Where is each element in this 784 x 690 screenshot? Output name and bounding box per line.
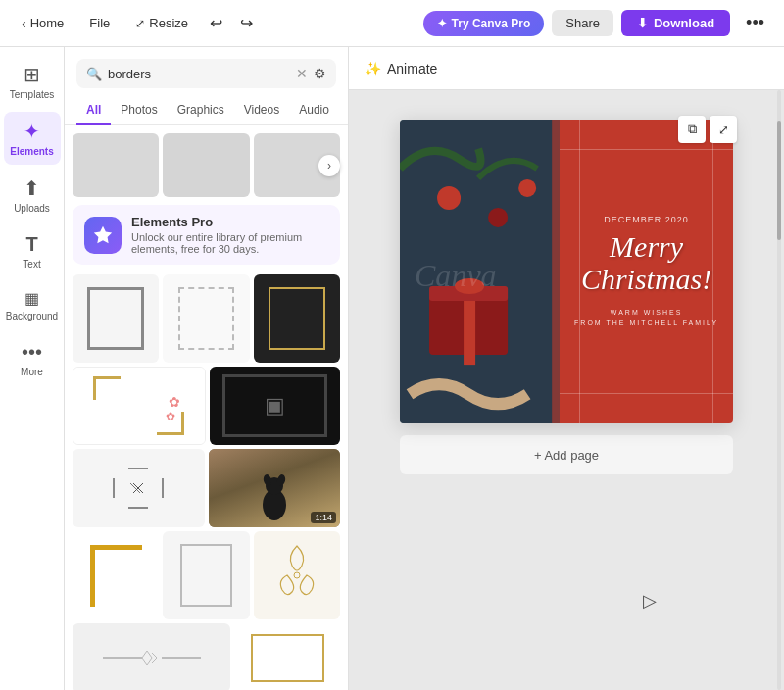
card-merry-christmas: Merry Christmas! <box>581 230 711 295</box>
list-item[interactable] <box>73 449 205 527</box>
card-actions: ⧉ ⤢ <box>678 116 737 143</box>
list-item[interactable]: ✿ ✿ <box>73 367 206 445</box>
panel-tabs: All Photos Graphics Videos Audio <box>65 96 348 125</box>
sidebar: ⊞ Templates ✦ Elements ⬆ Uploads T Text … <box>0 47 65 690</box>
search-filter-button[interactable]: ⚙ <box>314 66 326 81</box>
list-item[interactable] <box>254 274 340 363</box>
sidebar-item-more[interactable]: ••• More <box>4 333 61 385</box>
photo-area: Canva <box>400 120 560 423</box>
loading-item-1 <box>73 133 159 197</box>
chevron-left-icon: ‹ <box>22 16 26 31</box>
uploads-icon: ⬆ <box>24 176 40 200</box>
canva-pro-star-icon: ✦ <box>437 17 447 30</box>
expand-card-button[interactable]: ⤢ <box>710 116 737 143</box>
search-box: 🔍 ✕ ⚙ <box>76 59 336 88</box>
video-duration-badge: 1:14 <box>311 512 336 523</box>
tab-graphics[interactable]: Graphics <box>168 96 234 125</box>
elements-row-2: ✿ ✿ ▣ <box>73 367 340 445</box>
home-label: Home <box>30 16 65 30</box>
panel-search-area: 🔍 ✕ ⚙ <box>65 47 348 96</box>
scroll-right-arrow[interactable]: › <box>318 155 340 176</box>
card-horizontal-line-1 <box>560 149 733 150</box>
card-horizontal-line-2 <box>560 393 733 394</box>
list-item[interactable]: ▣ <box>210 367 341 445</box>
background-icon: ▦ <box>24 289 39 308</box>
sidebar-item-templates[interactable]: ⊞ Templates <box>4 55 61 108</box>
list-item[interactable]: 1:14 <box>209 449 341 527</box>
share-label: Share <box>565 16 600 30</box>
elements-icon: ✦ <box>24 120 40 143</box>
more-options-button[interactable]: ••• <box>738 9 772 37</box>
list-item[interactable] <box>73 274 159 363</box>
sidebar-item-text[interactable]: T Text <box>4 225 61 277</box>
list-item[interactable] <box>73 531 159 619</box>
animate-button[interactable]: ✨ Animate <box>365 61 437 76</box>
expand-icon: ⤢ <box>718 123 729 137</box>
pro-title: Elements Pro <box>131 215 328 229</box>
download-label: Download <box>654 16 714 30</box>
resize-button[interactable]: ⤢ Resize <box>125 10 198 36</box>
elements-row-1 <box>73 274 340 363</box>
scrollbar-thumb[interactable] <box>777 121 781 240</box>
list-item[interactable] <box>73 623 230 690</box>
try-canva-pro-button[interactable]: ✦ Try Canva Pro <box>423 11 545 36</box>
sidebar-item-uploads[interactable]: ⬆ Uploads <box>4 169 61 222</box>
tab-audio[interactable]: Audio <box>289 96 339 125</box>
svg-point-19 <box>437 186 461 210</box>
more-dots-icon: ••• <box>22 341 42 364</box>
more-icon: ••• <box>746 13 764 32</box>
svg-point-11 <box>294 572 300 578</box>
loading-row: › <box>73 133 340 197</box>
card-right-text: December 2020 Merry Christmas! WARM WISH… <box>560 120 733 423</box>
sidebar-uploads-label: Uploads <box>14 203 50 214</box>
home-button[interactable]: ‹ Home <box>12 10 74 37</box>
card-date: December 2020 <box>604 215 689 224</box>
tab-videos[interactable]: Videos <box>234 96 289 125</box>
loading-item-2 <box>163 133 249 197</box>
tab-videos-label: Videos <box>244 103 279 117</box>
copy-card-button[interactable]: ⧉ <box>678 116 706 143</box>
svg-point-21 <box>518 179 536 197</box>
pro-description: Unlock our entire library of premium ele… <box>131 231 328 255</box>
animate-bar: ✨ Animate <box>349 47 784 90</box>
topbar-left: ‹ Home File ⤢ Resize ↩ ↪ <box>12 8 259 38</box>
share-button[interactable]: Share <box>552 10 613 36</box>
download-icon: ⬇ <box>637 16 648 30</box>
christmas-card[interactable]: Canva December 2020 <box>400 120 733 423</box>
templates-icon: ⊞ <box>24 63 40 86</box>
scrollbar-track <box>777 90 781 690</box>
search-input[interactable] <box>108 67 290 81</box>
svg-text:Canva: Canva <box>415 258 497 293</box>
list-item[interactable] <box>163 531 249 619</box>
resize-label: Resize <box>149 16 188 30</box>
sidebar-item-background[interactable]: ▦ Background <box>4 281 61 329</box>
elements-row-5 <box>73 623 340 690</box>
pro-icon <box>84 217 122 254</box>
sidebar-elements-label: Elements <box>10 146 53 157</box>
file-button[interactable]: File <box>79 10 120 36</box>
search-icon: 🔍 <box>86 67 102 81</box>
file-label: File <box>89 16 110 30</box>
canvas-scrollbar[interactable] <box>776 90 782 690</box>
search-clear-button[interactable]: ✕ <box>296 66 308 81</box>
tab-photos[interactable]: Photos <box>111 96 167 125</box>
undo-button[interactable]: ↩ <box>204 8 228 38</box>
elements-panel: 🔍 ✕ ⚙ All Photos Graphics Videos Audio <box>65 47 349 690</box>
svg-rect-23 <box>552 120 560 423</box>
tab-all[interactable]: All <box>76 96 111 125</box>
list-item[interactable] <box>234 623 340 690</box>
elements-row-4 <box>73 531 340 619</box>
resize-icon: ⤢ <box>135 17 145 30</box>
add-page-button[interactable]: + Add page <box>400 435 733 474</box>
redo-icon: ↪ <box>240 14 253 32</box>
list-item[interactable] <box>163 274 249 363</box>
redo-button[interactable]: ↪ <box>234 8 259 38</box>
sidebar-background-label: Background <box>6 311 58 321</box>
canvas-area: ✨ Animate ⧉ ⤢ <box>349 47 784 690</box>
sidebar-item-elements[interactable]: ✦ Elements <box>4 112 61 165</box>
download-button[interactable]: ⬇ Download <box>621 10 730 36</box>
list-item[interactable] <box>254 531 340 619</box>
sidebar-text-label: Text <box>23 259 40 270</box>
sidebar-more-label: More <box>21 367 43 377</box>
card-vertical-line-1 <box>579 120 580 423</box>
